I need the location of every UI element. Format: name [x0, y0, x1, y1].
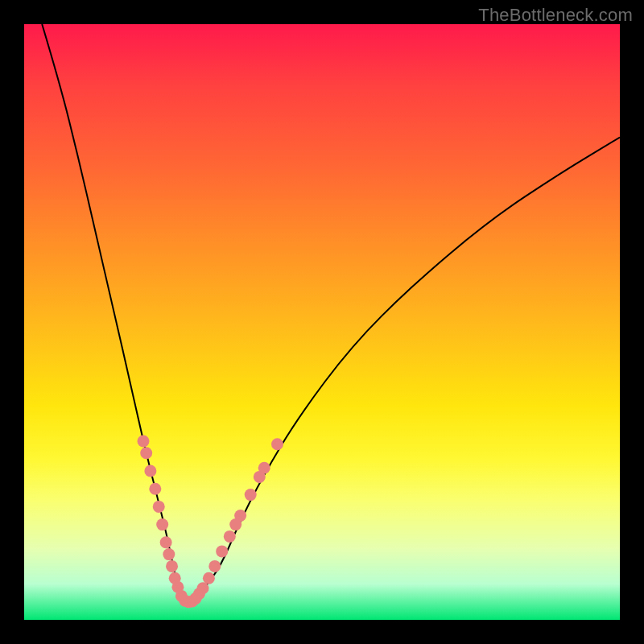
plot-gradient-background: [24, 24, 620, 620]
chart-svg: [24, 24, 620, 620]
curve-marker: [271, 438, 283, 450]
curve-marker: [234, 510, 246, 522]
curve-marker: [149, 483, 161, 495]
curve-marker: [166, 560, 178, 572]
curve-marker: [258, 462, 270, 474]
curve-markers: [138, 436, 284, 609]
curve-marker: [245, 489, 257, 501]
curve-marker: [224, 530, 236, 543]
curve-marker: [138, 436, 150, 448]
curve-marker: [216, 545, 228, 557]
curve-marker: [153, 501, 165, 513]
curve-marker: [203, 572, 215, 584]
curve-marker: [160, 536, 172, 548]
bottleneck-curve: [42, 24, 620, 602]
curve-marker: [163, 548, 175, 560]
curve-marker: [156, 518, 168, 530]
curve-marker: [208, 560, 221, 572]
curve-marker: [144, 465, 156, 477]
curve-marker: [197, 582, 209, 594]
curve-marker: [140, 447, 152, 459]
chart-frame: TheBottleneck.com: [0, 0, 644, 644]
watermark-text: TheBottleneck.com: [478, 5, 633, 26]
